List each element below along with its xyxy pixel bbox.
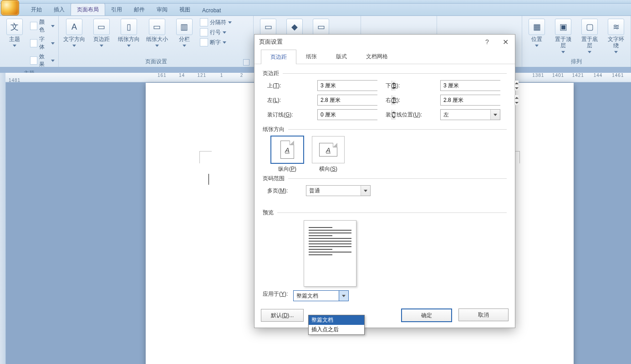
dialog-close-button[interactable]: ✕ (500, 37, 510, 46)
page-borders-button[interactable]: ▭ (309, 18, 333, 36)
breaks-label: 分隔符 (210, 19, 226, 26)
ruler-tick: 1381 (529, 73, 547, 78)
line-numbers-button[interactable]: 行号 (199, 28, 233, 37)
chevron-down-icon (228, 20, 232, 25)
send-back-button[interactable]: ▢置于底层 (578, 18, 601, 55)
columns-icon: ▥ (176, 19, 193, 35)
dialog-tab-layout[interactable]: 版式 (326, 49, 356, 64)
theme-effects-button[interactable]: 效果 (29, 52, 56, 69)
chevron-down-icon[interactable] (361, 186, 370, 196)
orientation-landscape-label: 横向(S) (319, 165, 337, 173)
position-label: 位置 (531, 36, 542, 42)
ruler-tick: 1401 (549, 73, 567, 78)
tab-home[interactable]: 开始 (25, 4, 48, 15)
left-margin-input[interactable] (318, 95, 392, 105)
chevron-down-icon (72, 44, 76, 48)
spin-up-icon[interactable] (515, 81, 519, 86)
hyphenation-button[interactable]: 断字 (199, 38, 233, 47)
office-button[interactable] (1, 0, 19, 15)
multi-pages-label: 多页(M): (267, 187, 288, 195)
orientation-button[interactable]: ▯纸张方向 (116, 18, 142, 49)
gutter-position-combo[interactable]: 左 (440, 109, 500, 120)
watermark-button[interactable]: ▭ (256, 18, 280, 36)
tab-insert[interactable]: 插入 (48, 4, 71, 15)
section-margins-title: 页边距 (263, 70, 279, 77)
gutter-label: 装订线(G): (267, 111, 317, 119)
right-margin-spinner[interactable] (440, 95, 500, 106)
tab-references[interactable]: 引用 (105, 4, 128, 15)
text-direction-button[interactable]: A文字方向 (61, 18, 87, 49)
themes-icon: 文 (6, 19, 23, 35)
text-direction-label: 文字方向 (63, 36, 85, 42)
theme-colors-label: 颜色 (39, 18, 49, 34)
bottom-margin-input[interactable] (441, 81, 514, 91)
ok-button[interactable]: 确定 (401, 308, 452, 322)
apply-to-option-after-cursor[interactable]: 插入点之后 (309, 325, 364, 334)
apply-to-dropdown-list: 整篇文档 插入点之后 (308, 315, 365, 335)
chevron-down-icon[interactable] (490, 110, 500, 120)
themes-button[interactable]: 文 主题 (3, 18, 26, 49)
margins-button[interactable]: ▭页边距 (90, 18, 113, 49)
orientation-portrait[interactable]: 纵向(P) (271, 136, 304, 173)
chevron-down-icon (561, 50, 565, 54)
size-label: 纸张大小 (146, 36, 168, 42)
ruler-tick: 14 (173, 73, 191, 78)
text-wrap-button[interactable]: ≋文字环绕 (604, 18, 628, 55)
chevron-down-icon (223, 30, 227, 35)
dialog-tab-paper[interactable]: 纸张 (296, 49, 326, 64)
theme-effects-label: 效果 (39, 53, 49, 68)
cancel-button[interactable]: 取消 (458, 308, 509, 321)
dialog-help-button[interactable]: ? (482, 37, 492, 46)
top-margin-input[interactable] (318, 81, 392, 91)
bottom-margin-spinner[interactable] (440, 80, 500, 91)
page-setup-dialog-launcher[interactable] (243, 59, 249, 66)
top-margin-spinner[interactable] (317, 80, 377, 91)
size-button[interactable]: ▭纸张大小 (144, 18, 170, 49)
spin-down-icon[interactable] (515, 100, 519, 105)
tab-view[interactable]: 视图 (173, 4, 196, 15)
columns-button[interactable]: ▥分栏 (173, 18, 196, 49)
gutter-spinner[interactable] (317, 109, 377, 120)
position-button[interactable]: ▦位置 (525, 18, 549, 49)
multi-pages-combo[interactable]: 普通 (306, 185, 371, 196)
spin-up-icon[interactable] (515, 95, 519, 100)
right-margin-label: 右(R): (386, 96, 440, 104)
tab-page-layout[interactable]: 页面布局 (71, 3, 105, 15)
dialog-title: 页面设置 (259, 38, 283, 46)
chevron-down-icon (155, 44, 159, 48)
tab-mailings[interactable]: 邮件 (128, 4, 151, 15)
tab-acrobat[interactable]: Acrobat (196, 5, 227, 15)
navigation-pane-strip[interactable] (0, 73, 6, 364)
size-icon: ▭ (149, 19, 165, 35)
left-margin-label: 左(L): (267, 96, 317, 104)
apply-to-option-whole-doc[interactable]: 整篇文档 (309, 315, 364, 325)
dialog-tab-grid[interactable]: 文档网格 (356, 49, 397, 64)
hyphenation-icon (200, 38, 208, 46)
theme-fonts-button[interactable]: 字体 (29, 35, 56, 51)
gutter-input[interactable] (318, 110, 392, 120)
apply-to-label: 应用于(Y): (263, 290, 288, 298)
top-margin-label: 上(T): (267, 82, 317, 90)
theme-colors-button[interactable]: 颜色 (29, 18, 56, 34)
right-margin-input[interactable] (441, 95, 514, 105)
divider (283, 73, 507, 74)
chevron-down-icon (223, 40, 227, 45)
dialog-titlebar[interactable]: 页面设置 ? ✕ (254, 35, 515, 49)
dialog-tab-margins[interactable]: 页边距 (261, 50, 296, 64)
left-margin-spinner[interactable] (317, 95, 377, 106)
page-setup-dialog: 页面设置 ? ✕ 页边距 纸张 版式 文档网格 页边距 上(T): 下(B): … (254, 34, 515, 328)
columns-label: 分栏 (179, 36, 190, 42)
margins-icon: ▭ (93, 19, 110, 35)
ruler-tick: 1421 (569, 73, 587, 78)
page-color-button[interactable]: ◆ (283, 18, 306, 36)
chevron-down-icon[interactable] (339, 291, 348, 301)
orientation-landscape[interactable]: 横向(S) (312, 136, 345, 173)
spin-down-icon[interactable] (515, 86, 519, 91)
breaks-button[interactable]: 分隔符 (199, 18, 233, 27)
default-button[interactable]: 默认(D)... (261, 309, 304, 322)
chevron-down-icon (99, 44, 103, 48)
apply-to-combo[interactable]: 整篇文档 (293, 290, 349, 301)
chevron-down-icon (614, 50, 618, 54)
bring-front-button[interactable]: ▣置于顶层 (551, 18, 575, 55)
tab-review[interactable]: 审阅 (151, 4, 173, 15)
